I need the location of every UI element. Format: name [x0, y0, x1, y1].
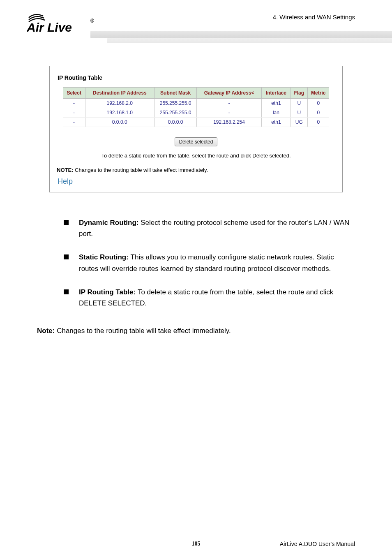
- col-flag: Flag: [291, 88, 307, 99]
- help-link[interactable]: Help: [58, 177, 336, 186]
- header-accent-bar: [90, 31, 392, 38]
- col-dest-ip: Destination IP Address: [85, 88, 154, 99]
- page-header: Air Live ® 4. Wireless and WAN Settings: [0, 0, 392, 49]
- bullet-ip-routing-table: IP Routing Table: To delete a static rou…: [64, 287, 355, 309]
- footer-manual-title: AirLive A.DUO User's Manual: [280, 541, 355, 547]
- airlive-logo: Air Live ®: [27, 10, 97, 37]
- cell: U: [291, 99, 307, 108]
- cell: -: [197, 99, 262, 108]
- cell: -: [63, 118, 85, 127]
- note-bold: NOTE:: [57, 167, 73, 173]
- cell: -: [197, 108, 262, 118]
- bullet-bold: IP Routing Table:: [79, 288, 138, 296]
- col-subnet: Subnet Mask: [154, 88, 196, 99]
- cell: eth1: [261, 99, 291, 108]
- square-bullet-icon: [64, 220, 69, 225]
- bullet-bold: Dynamic Routing:: [79, 219, 141, 227]
- cell: 192.168.2.254: [197, 118, 262, 127]
- cell: 0.0.0.0: [154, 118, 196, 127]
- page-note: Note: Changes to the routing table will …: [37, 325, 355, 336]
- page-note-bold: Note:: [37, 327, 55, 335]
- note-text: Changes to the routing table will take e…: [73, 167, 208, 173]
- svg-text:Air Live: Air Live: [27, 21, 72, 34]
- page-note-text: Changes to the routing table will take e…: [55, 327, 231, 335]
- square-bullet-icon: [64, 289, 69, 294]
- routing-table-panel: IP Routing Table Select Destination IP A…: [49, 66, 343, 192]
- cell: U: [291, 108, 307, 118]
- page-number: 105: [192, 541, 201, 547]
- body-content: Dynamic Routing: Select the routing prot…: [64, 217, 355, 309]
- cell: eth1: [261, 118, 291, 127]
- bullet-static-routing: Static Routing: This allows you to manua…: [64, 252, 355, 274]
- cell: -: [63, 99, 85, 108]
- cell: -: [63, 108, 85, 118]
- col-metric: Metric: [307, 88, 329, 99]
- svg-text:®: ®: [90, 18, 94, 24]
- table-row[interactable]: - 192.168.2.0 255.255.255.0 - eth1 U 0: [63, 99, 329, 108]
- cell: 192.168.1.0: [85, 108, 154, 118]
- header-accent-bar-2: [107, 38, 392, 43]
- cell: 0: [307, 99, 329, 108]
- cell: 255.255.255.0: [154, 108, 196, 118]
- col-interface: Interface: [261, 88, 291, 99]
- panel-note: NOTE: Changes to the routing table will …: [57, 167, 336, 173]
- delete-hint: To delete a static route from the table,…: [56, 153, 336, 159]
- cell: 255.255.255.0: [154, 99, 196, 108]
- square-bullet-icon: [64, 254, 69, 259]
- bullet-dynamic-routing: Dynamic Routing: Select the routing prot…: [64, 217, 355, 239]
- cell: 0: [307, 118, 329, 127]
- cell: 0: [307, 108, 329, 118]
- cell: lan: [261, 108, 291, 118]
- table-header-row: Select Destination IP Address Subnet Mas…: [63, 88, 329, 99]
- breadcrumb: 4. Wireless and WAN Settings: [273, 14, 355, 21]
- delete-selected-button[interactable]: Delete selected: [175, 137, 218, 146]
- routing-table: Select Destination IP Address Subnet Mas…: [63, 87, 329, 127]
- bullet-bold: Static Routing:: [79, 253, 131, 261]
- table-row[interactable]: - 192.168.1.0 255.255.255.0 - lan U 0: [63, 108, 329, 118]
- table-row[interactable]: - 0.0.0.0 0.0.0.0 192.168.2.254 eth1 UG …: [63, 118, 329, 127]
- col-gateway: Gateway IP Address<: [197, 88, 262, 99]
- cell: 0.0.0.0: [85, 118, 154, 127]
- col-select: Select: [63, 88, 85, 99]
- cell: 192.168.2.0: [85, 99, 154, 108]
- cell: UG: [291, 118, 307, 127]
- panel-title: IP Routing Table: [58, 74, 336, 81]
- button-row: Delete selected: [56, 137, 336, 146]
